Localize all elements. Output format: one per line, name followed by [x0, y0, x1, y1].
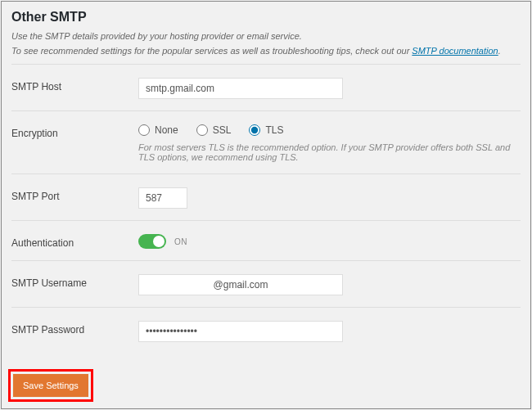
smtp-port-row: SMTP Port	[11, 173, 521, 220]
smtp-documentation-link[interactable]: SMTP documentation	[412, 46, 498, 56]
smtp-settings-panel: Other SMTP Use the SMTP details provided…	[1, 1, 531, 409]
encryption-ssl-radio[interactable]	[196, 124, 208, 136]
panel-title: Other SMTP	[11, 10, 521, 25]
smtp-host-label: SMTP Host	[11, 78, 138, 92]
encryption-none-option[interactable]: None	[138, 124, 178, 136]
smtp-password-input[interactable]	[138, 321, 343, 342]
encryption-row: Encryption None SSL TLS For most servers…	[11, 110, 521, 173]
panel-description-1: Use the SMTP details provided by your ho…	[11, 31, 521, 41]
authentication-label: Authentication	[11, 234, 138, 249]
encryption-label: Encryption	[11, 124, 138, 139]
smtp-host-input[interactable]	[138, 78, 343, 99]
encryption-tls-radio[interactable]	[249, 124, 260, 136]
smtp-password-label: SMTP Password	[11, 321, 138, 336]
smtp-username-input[interactable]	[138, 274, 343, 295]
smtp-host-row: SMTP Host	[11, 64, 521, 110]
toggle-knob-icon	[153, 236, 165, 247]
authentication-toggle[interactable]	[138, 234, 166, 249]
save-button-highlight: Save Settings	[8, 369, 93, 402]
save-settings-button[interactable]: Save Settings	[13, 374, 88, 397]
smtp-username-label: SMTP Username	[11, 274, 138, 289]
smtp-username-row: SMTP Username	[11, 260, 521, 307]
smtp-password-row: SMTP Password	[11, 307, 521, 354]
smtp-port-label: SMTP Port	[11, 187, 138, 202]
smtp-port-input[interactable]	[138, 187, 187, 209]
panel-description-2: To see recommended settings for the popu…	[11, 46, 521, 56]
authentication-on-label: ON	[174, 237, 187, 246]
encryption-hint: For most servers TLS is the recommended …	[138, 142, 521, 162]
encryption-ssl-option[interactable]: SSL	[196, 124, 232, 136]
encryption-tls-option[interactable]: TLS	[249, 124, 283, 136]
encryption-none-radio[interactable]	[138, 124, 150, 136]
authentication-row: Authentication ON	[11, 220, 521, 260]
